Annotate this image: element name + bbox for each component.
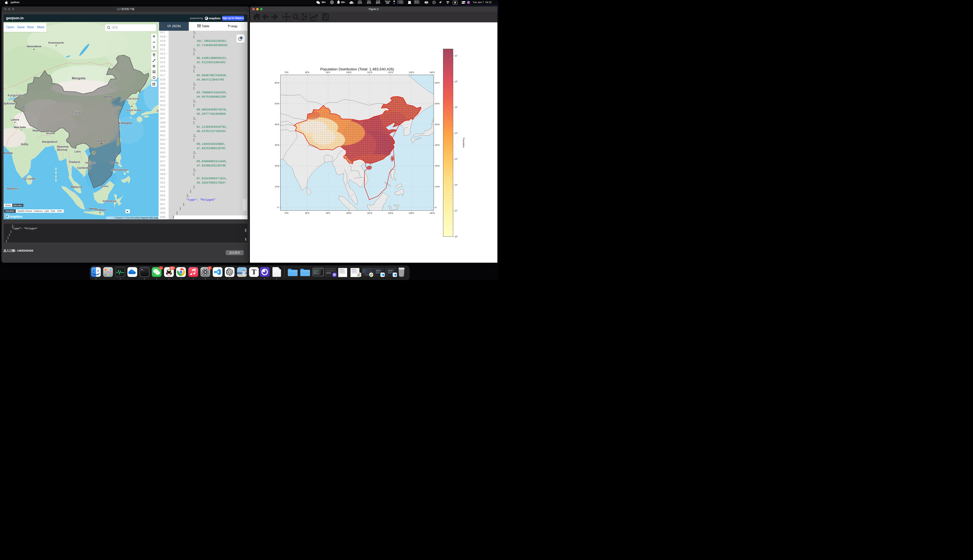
svg-text:80°E: 80°E xyxy=(305,72,309,73)
svg-text:20°N: 20°N xyxy=(275,165,279,167)
svg-text:105: 105 xyxy=(455,106,458,109)
svg-text:102: 102 xyxy=(455,184,458,186)
svg-text:100°E: 100°E xyxy=(346,212,352,214)
svg-text:110°E: 110°E xyxy=(367,212,372,214)
svg-text:100: 100 xyxy=(455,235,458,238)
svg-text:107: 107 xyxy=(455,55,458,57)
svg-text:106: 106 xyxy=(455,80,458,83)
svg-text:101: 101 xyxy=(455,209,458,212)
svg-text:mapbox: mapbox xyxy=(10,215,23,218)
svg-text:120°E: 120°E xyxy=(388,72,393,73)
svg-text:10°N: 10°N xyxy=(435,186,440,188)
svg-text:30°N: 30°N xyxy=(435,144,440,146)
svg-text:20°N: 20°N xyxy=(435,165,440,167)
svg-text:140°E: 140°E xyxy=(430,72,435,73)
svg-text:mapbox: mapbox xyxy=(209,17,221,20)
svg-text:50°N: 50°N xyxy=(435,103,440,105)
svg-text:103: 103 xyxy=(455,158,458,160)
svg-text:40°N: 40°N xyxy=(275,123,279,126)
svg-text:50°N: 50°N xyxy=(275,103,279,105)
svg-text:140°E: 140°E xyxy=(430,212,435,214)
svg-text:60°N: 60°N xyxy=(435,82,440,84)
svg-text:40°N: 40°N xyxy=(435,123,440,126)
svg-text:130°E: 130°E xyxy=(409,72,414,73)
svg-text:60°N: 60°N xyxy=(275,82,279,84)
svg-text:Population: Population xyxy=(463,138,465,148)
svg-text:110°E: 110°E xyxy=(367,72,372,73)
svg-text:90°E: 90°E xyxy=(326,72,330,73)
svg-text:100°E: 100°E xyxy=(346,72,352,73)
svg-text:30°N: 30°N xyxy=(275,144,279,146)
svg-text:0°: 0° xyxy=(277,207,279,208)
svg-text:130°E: 130°E xyxy=(409,212,414,214)
svg-text:90°E: 90°E xyxy=(326,212,330,214)
svg-text:10°N: 10°N xyxy=(275,186,279,188)
svg-text:104: 104 xyxy=(455,132,458,135)
svg-text:120°E: 120°E xyxy=(388,212,393,214)
svg-text:80°E: 80°E xyxy=(305,212,309,214)
svg-text:Population Distribution (Total: Population Distribution (Total: 1,483,54… xyxy=(320,67,394,71)
svg-text:0°: 0° xyxy=(435,207,437,208)
svg-text:70°E: 70°E xyxy=(284,212,289,214)
svg-text:70°E: 70°E xyxy=(284,72,289,73)
